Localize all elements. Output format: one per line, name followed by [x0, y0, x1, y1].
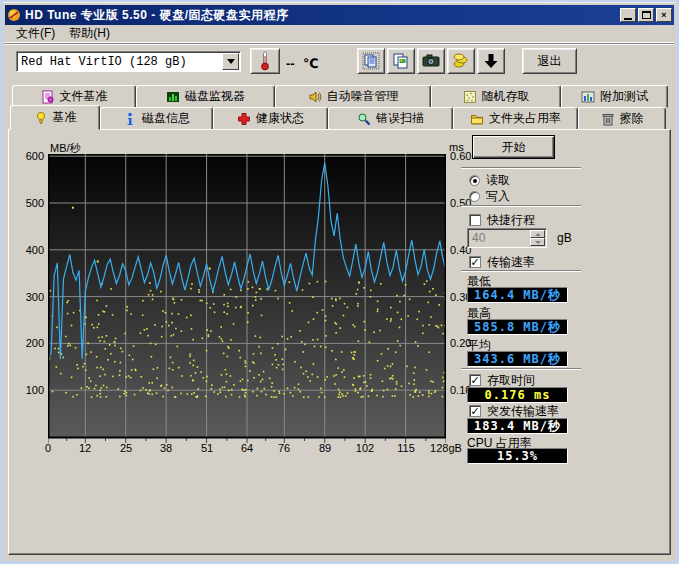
benchmark-chart	[48, 154, 446, 444]
app-icon	[7, 8, 21, 22]
drive-select[interactable]: Red Hat VirtIO (128 gB)	[16, 51, 241, 72]
download-button[interactable]	[477, 48, 505, 74]
separator	[461, 368, 581, 370]
info-icon	[123, 112, 137, 126]
copy-icon	[362, 52, 380, 70]
tab-benchmark[interactable]: 基准	[10, 105, 100, 130]
cpu-usage-display: 15.3%	[467, 448, 568, 464]
transfer-rate-checkbox[interactable]: ✓ 传输速率	[469, 255, 535, 269]
y-left-tick: 400	[14, 244, 44, 256]
short-stroke-size-value: 40	[468, 231, 530, 245]
window-body: HD Tune 专业版 5.50 - 硬盘/固态硬盘实用程序 × 文件(F) 帮…	[3, 2, 676, 561]
copy-text-button[interactable]	[357, 48, 385, 74]
y-left-tick: 200	[14, 337, 44, 349]
max-speed-display: 585.8 MB/秒	[467, 319, 568, 335]
temperature-value: --	[286, 56, 295, 71]
tab-health[interactable]: 健康状态	[213, 107, 328, 130]
tab-label: 健康状态	[256, 110, 304, 127]
erase-icon	[601, 112, 615, 126]
burst-rate-display: 183.4 MB/秒	[467, 418, 568, 434]
read-radio[interactable]: 读取	[469, 173, 510, 187]
min-speed-value: 164.4 MB/秒	[474, 287, 561, 304]
start-button-label: 开始	[502, 139, 526, 156]
health-icon	[237, 112, 251, 126]
read-radio-label: 读取	[486, 172, 510, 189]
tab-label: 附加测试	[600, 88, 648, 105]
separator	[461, 205, 581, 207]
tab-random-access[interactable]: 随机存取	[431, 85, 561, 108]
camera-icon	[422, 52, 440, 70]
min-speed-display: 164.4 MB/秒	[467, 287, 568, 303]
write-radio-label: 写入	[486, 188, 510, 205]
spin-up-button[interactable]	[530, 230, 545, 238]
y-left-tick: 600	[14, 150, 44, 162]
copy-image-icon	[392, 52, 410, 70]
copy-screenshot-button[interactable]	[387, 48, 415, 74]
start-button[interactable]: 开始	[472, 135, 555, 159]
access-time-value: 0.176 ms	[485, 388, 551, 402]
burst-rate-checkbox[interactable]: ✓ 突发传输速率	[469, 404, 559, 418]
tab-folder-usage[interactable]: 文件夹占用率	[453, 107, 578, 130]
burst-rate-value: 183.4 MB/秒	[474, 418, 561, 435]
disk-monitor-icon	[166, 90, 180, 104]
benchmark-icon	[34, 111, 48, 125]
tab-label: 基准	[53, 109, 77, 126]
maximize-button[interactable]	[638, 8, 654, 22]
short-stroke-unit: gB	[557, 231, 572, 245]
minimize-button[interactable]	[620, 8, 636, 22]
chevron-down-icon	[227, 59, 235, 64]
write-radio[interactable]: 写入	[469, 189, 510, 203]
y-right-tick: 0.60	[450, 150, 471, 162]
access-time-label: 存取时间	[487, 372, 535, 389]
max-speed-value: 585.8 MB/秒	[474, 319, 561, 336]
submit-results-icon	[452, 52, 470, 70]
exit-button[interactable]: 退出	[522, 48, 577, 74]
close-button[interactable]: ×	[656, 8, 672, 22]
checkbox-checked-icon: ✓	[469, 405, 481, 417]
separator	[461, 270, 581, 272]
tab-label: 随机存取	[482, 88, 530, 105]
title-bar: HD Tune 专业版 5.50 - 硬盘/固态硬盘实用程序 ×	[5, 5, 674, 25]
window-title: HD Tune 专业版 5.50 - 硬盘/固态硬盘实用程序	[25, 7, 288, 24]
app-window: HD Tune 专业版 5.50 - 硬盘/固态硬盘实用程序 × 文件(F) 帮…	[0, 0, 679, 564]
spin-down-button[interactable]	[530, 238, 545, 246]
download-icon	[482, 52, 500, 70]
drive-select-dropdown-button[interactable]	[222, 53, 239, 70]
tab-row-secondary: 文件基准 磁盘监视器 自动噪音管理 随机	[12, 85, 668, 108]
avg-speed-display: 343.6 MB/秒	[467, 351, 568, 367]
tab-erase[interactable]: 擦除	[578, 107, 666, 130]
temperature-unit: ℃	[303, 56, 319, 71]
tab-disk-monitor[interactable]: 磁盘监视器	[136, 85, 275, 108]
tab-aam[interactable]: 自动噪音管理	[275, 85, 431, 108]
drive-select-value: Red Hat VirtIO (128 gB)	[17, 55, 222, 69]
tab-disk-info[interactable]: 磁盘信息	[100, 107, 213, 130]
thermometer-icon	[259, 51, 271, 71]
submit-results-button[interactable]	[447, 48, 475, 74]
access-time-checkbox[interactable]: ✓ 存取时间	[469, 373, 535, 387]
tab-label: 磁盘监视器	[185, 88, 245, 105]
checkbox-checked-icon: ✓	[469, 256, 481, 268]
separator	[461, 167, 581, 169]
tab-label: 磁盘信息	[142, 110, 190, 127]
y-left-tick: 100	[14, 384, 44, 396]
y-left-tick: 500	[14, 197, 44, 209]
short-stroke-label: 快捷行程	[487, 212, 535, 229]
access-time-display: 0.176 ms	[467, 387, 568, 403]
short-stroke-checkbox[interactable]: 快捷行程	[469, 213, 535, 227]
checkbox-icon	[469, 214, 481, 226]
tab-label: 错误扫描	[376, 110, 424, 127]
temperature-button[interactable]	[250, 48, 280, 74]
cpu-usage-value: 15.3%	[497, 449, 538, 463]
tab-label: 文件基准	[60, 88, 108, 105]
y-left-tick: 300	[14, 291, 44, 303]
radio-icon	[469, 191, 480, 202]
tab-extra-tests[interactable]: 附加测试	[561, 85, 668, 108]
tab-error-scan[interactable]: 错误扫描	[328, 107, 453, 130]
short-stroke-size-stepper[interactable]: 40	[467, 228, 547, 248]
menu-bar: 文件(F) 帮助(H)	[5, 25, 674, 43]
menu-help[interactable]: 帮助(H)	[62, 23, 117, 44]
transfer-rate-label: 传输速率	[487, 254, 535, 271]
file-benchmark-icon	[41, 90, 55, 104]
screenshot-button[interactable]	[417, 48, 445, 74]
menu-file[interactable]: 文件(F)	[9, 23, 62, 44]
